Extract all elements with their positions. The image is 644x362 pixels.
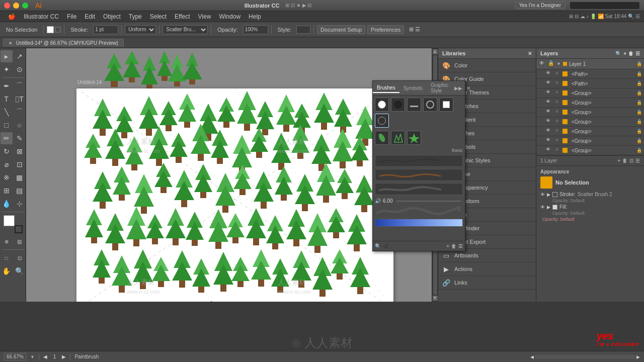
pen-tool[interactable]: ✒	[1, 80, 13, 92]
appearance-fill-toggle[interactable]: ▶	[547, 205, 550, 210]
mesh-tool[interactable]: ⊞	[1, 185, 13, 197]
none-mode[interactable]: ⊗	[1, 235, 13, 247]
group-7-lock-icon[interactable]: ○	[553, 147, 560, 154]
menu-view[interactable]: View	[194, 12, 215, 21]
layer-item-group-4[interactable]: 👁 ○ <Group> 🔒	[536, 117, 644, 127]
path-2-lock2-icon[interactable]: 🔒	[636, 81, 642, 86]
libraries-close-icon[interactable]: ✕	[528, 51, 532, 56]
layers-menu-icon[interactable]: ☰	[635, 51, 640, 56]
arc-tool[interactable]: ⌒	[14, 106, 26, 118]
group-5-lock-icon[interactable]: ○	[553, 128, 560, 135]
stroke-input[interactable]	[93, 25, 118, 34]
group-2-lock2-icon[interactable]: 🔒	[636, 100, 642, 105]
minimize-button[interactable]	[13, 3, 19, 9]
select-tool[interactable]: ▸	[1, 50, 13, 62]
warp-tool[interactable]: ⌀	[1, 158, 13, 170]
zoom-arrow-icon[interactable]: ▼	[30, 354, 35, 359]
fill-color-indicator[interactable]	[552, 205, 557, 210]
ellipse-tool[interactable]: ○	[14, 119, 26, 131]
document-tab[interactable]: ✕ Untitled-14* @ 66.67% (CMYK/GPU Previe…	[3, 39, 124, 47]
layers-search-icon[interactable]: 🔍	[615, 51, 621, 56]
path-1-lock-icon[interactable]: ○	[553, 70, 560, 77]
paintbrush-tool[interactable]: ✏	[1, 132, 13, 144]
panel-item-color[interactable]: 🎨 Color	[438, 59, 536, 72]
symbol-sprayer-tool[interactable]: ※	[1, 171, 13, 184]
menu-effect[interactable]: Effect	[171, 12, 194, 21]
brush-preset-circle-white[interactable]	[375, 98, 389, 112]
scale-tool[interactable]: ⊠	[14, 145, 26, 157]
style-swatch[interactable]	[296, 26, 310, 34]
scroll-down-btn[interactable]: ▼	[433, 296, 438, 301]
brushes-menu-icon[interactable]: ▶▶	[452, 84, 464, 92]
brushes-close-icon[interactable]: ✕	[464, 84, 472, 92]
layers-add-icon[interactable]: +	[623, 51, 626, 56]
group-4-lock2-icon[interactable]: 🔒	[636, 119, 642, 124]
brush-preset-dash[interactable]	[407, 98, 421, 112]
layer-1-row[interactable]: 👁 🔒 ▼ Layer 1 🔒	[536, 59, 644, 69]
maximize-button[interactable]	[22, 3, 28, 9]
path-1-lock2-icon[interactable]: 🔒	[636, 71, 642, 76]
brushes-footer-icon-2[interactable]: ⬛	[383, 243, 389, 249]
layer-1-lock2-icon[interactable]: 🔒	[636, 61, 642, 66]
close-button[interactable]	[4, 3, 10, 9]
brushes-footer-icon-3[interactable]: +	[446, 243, 449, 249]
uniform-select[interactable]: Uniform	[125, 25, 156, 34]
graphic-style-tab[interactable]: Graphic Style	[427, 81, 452, 95]
brush-preset-circle-dark[interactable]	[375, 114, 389, 128]
tab-close-icon[interactable]: ✕	[9, 41, 13, 46]
brush-line-3[interactable]	[375, 183, 463, 195]
gradient-tool[interactable]: ▤	[14, 185, 26, 197]
free-transform-tool[interactable]: ⊡	[14, 158, 26, 170]
menu-apple[interactable]: 🍎	[4, 12, 20, 21]
fill-swatch[interactable]	[47, 26, 54, 33]
direct-select-tool[interactable]: ↗	[14, 50, 26, 62]
hscroll-left-icon[interactable]: ◀	[530, 354, 534, 359]
group-3-lock-icon[interactable]: ○	[553, 109, 560, 116]
layer-extra-icon[interactable]: ⊡	[629, 158, 633, 163]
path-2-visibility-icon[interactable]: 👁	[544, 80, 551, 87]
group-4-visibility-icon[interactable]: 👁	[544, 118, 551, 125]
layer-1-expand-icon[interactable]: ▼	[556, 61, 561, 66]
layer-item-path-1[interactable]: 👁 ○ <Path> 🔒	[536, 69, 644, 79]
layer-del-icon[interactable]: 🗑	[622, 158, 627, 163]
type-tool[interactable]: T	[1, 93, 13, 105]
group-2-visibility-icon[interactable]: 👁	[544, 99, 551, 106]
menu-edit[interactable]: Edit	[80, 12, 99, 21]
nav-right-icon[interactable]: ▶	[62, 354, 66, 359]
group-7-lock2-icon[interactable]: 🔒	[636, 148, 642, 153]
pencil-tool[interactable]: ✎	[14, 132, 26, 144]
rect-tool[interactable]: □	[1, 119, 13, 131]
group-1-lock2-icon[interactable]: 🔒	[636, 90, 642, 96]
brush-preset-square-white[interactable]	[439, 98, 453, 112]
panel-item-links[interactable]: 🔗 Links	[438, 276, 536, 290]
custom-brush-leaf[interactable]	[375, 131, 389, 145]
brushes-footer-icon-4[interactable]: 🗑	[451, 243, 456, 249]
custom-brush-scatter[interactable]	[407, 131, 421, 145]
layer-item-group-2[interactable]: 👁 ○ <Group> 🔒	[536, 98, 644, 108]
designer-dropdown[interactable]: Yes I'm a Designer	[515, 2, 566, 9]
brushes-tab[interactable]: Brushes	[373, 83, 399, 93]
screen-mode[interactable]: ⊡	[14, 252, 26, 264]
fill-color-swatch[interactable]	[4, 215, 15, 226]
eyedropper-tool[interactable]: 💧	[1, 198, 13, 210]
brushes-footer-icon-1[interactable]: 🔍	[375, 243, 381, 249]
layers-delete-icon[interactable]: 🗑	[628, 51, 633, 56]
menu-illustrator[interactable]: Illustrator CC	[20, 12, 63, 21]
layer-item-group-1[interactable]: 👁 ○ <Group> 🔒	[536, 88, 644, 98]
group-6-lock-icon[interactable]: ○	[553, 137, 560, 144]
brush-line-1[interactable]	[375, 155, 463, 167]
menu-file[interactable]: File	[63, 12, 80, 21]
lasso-tool[interactable]: ⊙	[14, 63, 26, 75]
brush-line-2[interactable]	[375, 169, 463, 181]
stroke-color-swatch[interactable]	[15, 225, 23, 233]
menu-window[interactable]: Window	[215, 12, 245, 21]
appearance-stroke-toggle[interactable]: ▶	[547, 192, 550, 197]
brush-select[interactable]: Scatter Bru...	[163, 25, 208, 34]
normal-mode[interactable]: □	[1, 252, 13, 264]
layer-item-group-6[interactable]: 👁 ○ <Group> 🔒	[536, 136, 644, 146]
layer-extra2-icon[interactable]: ☰	[635, 158, 640, 163]
brushes-footer-icon-5[interactable]: ☰	[458, 243, 463, 249]
magic-wand-tool[interactable]: ✦	[1, 63, 13, 75]
menu-type[interactable]: Type	[125, 12, 146, 21]
group-7-visibility-icon[interactable]: 👁	[544, 147, 551, 154]
